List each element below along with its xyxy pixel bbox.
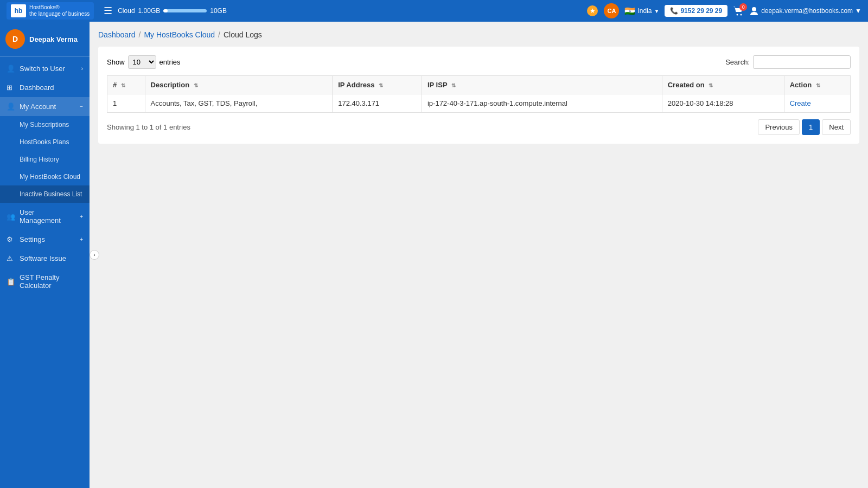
country-chevron-icon: ▼: [654, 8, 660, 14]
chevron-down-icon: −: [80, 104, 83, 110]
phone-icon: 📞: [670, 7, 678, 15]
show-entries: Show 10 25 50 100 entries: [107, 55, 181, 69]
content-area: ‹ Dashboard / My HostBooks Cloud / Cloud…: [90, 22, 868, 488]
sidebar-sub-inactive-business[interactable]: Inactive Business List: [0, 185, 90, 203]
svg-point-2: [737, 14, 738, 16]
breadcrumb: Dashboard / My HostBooks Cloud / Cloud L…: [98, 30, 859, 39]
user-menu-button[interactable]: deepak.verma@hostbooks.com ▼: [749, 6, 861, 16]
sidebar-item-switch-to-user[interactable]: 👤 Switch to User ›: [0, 59, 90, 78]
sidebar-sub-billing-history[interactable]: Billing History: [0, 151, 90, 168]
svg-point-3: [741, 14, 742, 16]
flag-icon: 🇮🇳: [624, 6, 635, 16]
th-description[interactable]: Description ⇅: [145, 76, 333, 94]
software-issue-icon: ⚠: [7, 254, 15, 262]
sort-icon-desc: ⇅: [194, 82, 198, 88]
storage-total: 10GB: [210, 7, 227, 15]
chevron-right-icon: ›: [81, 66, 83, 72]
country-selector[interactable]: 🇮🇳 India ▼: [624, 6, 659, 16]
storage-bar: [163, 9, 207, 12]
sidebar-item-label-user-mgmt: User Management: [20, 208, 75, 224]
search-box: Search:: [725, 55, 851, 69]
cell-ip-isp: ip-172-40-3-171.ap-south-1.compute.inter…: [422, 94, 662, 113]
data-table: # ⇅ Description ⇅ IP Address ⇅ IP ISP: [107, 75, 851, 113]
storage-fill: [163, 9, 168, 12]
sidebar-item-gst-penalty[interactable]: 📋 GST Penalty Calculator: [0, 268, 90, 295]
switch-user-icon: 👤: [7, 65, 15, 73]
hamburger-icon[interactable]: ☰: [104, 5, 112, 17]
sort-icon-created: ⇅: [709, 82, 713, 88]
action-link[interactable]: Create: [790, 99, 811, 107]
avatar: D: [5, 29, 25, 49]
show-label: Show: [107, 58, 125, 66]
entries-select[interactable]: 10 25 50 100: [128, 55, 156, 69]
cell-created-on: 2020-10-30 14:18:28: [662, 94, 784, 113]
showing-text: Showing 1 to 1 of 1 entries: [107, 123, 190, 131]
cell-ip-address: 172.40.3.171: [333, 94, 422, 113]
pagination: Previous 1 Next: [758, 119, 851, 135]
cell-num: 1: [107, 94, 145, 113]
th-created-on[interactable]: Created on ⇅: [662, 76, 784, 94]
sidebar-item-dashboard[interactable]: ⊞ Dashboard: [0, 78, 90, 97]
sort-icon-isp: ⇅: [451, 82, 456, 88]
cart-container: 0: [733, 5, 744, 16]
user-email: deepak.verma@hostbooks.com: [761, 7, 853, 15]
storage-label: Cloud: [118, 7, 135, 15]
ca-badge[interactable]: CA: [604, 3, 619, 18]
table-row: 1 Accounts, Tax, GST, TDS, Payroll, 172.…: [107, 94, 851, 113]
entries-label: entries: [159, 58, 181, 66]
nav-right: ★ CA 🇮🇳 India ▼ 📞 9152 29 29 29 0: [586, 3, 861, 18]
chevron-right-icon-2: +: [80, 214, 83, 220]
sort-icon-num: ⇅: [121, 82, 125, 88]
sidebar-sub-my-hostbooks-cloud[interactable]: My HostBooks Cloud: [0, 168, 90, 185]
sidebar-item-settings[interactable]: ⚙ Settings +: [0, 230, 90, 249]
gst-icon: 📋: [7, 278, 15, 286]
sidebar-item-label-gst: GST Penalty Calculator: [20, 273, 83, 290]
breadcrumb-sep-2: /: [218, 30, 220, 39]
table-panel: Show 10 25 50 100 entries Search:: [98, 47, 859, 144]
th-ip-address[interactable]: IP Address ⇅: [333, 76, 422, 94]
phone-number: 9152 29 29 29: [680, 7, 722, 15]
gift-icon-btn[interactable]: ★: [586, 5, 598, 17]
th-action[interactable]: Action ⇅: [784, 76, 850, 94]
th-num[interactable]: # ⇅: [107, 76, 145, 94]
user-mgmt-icon: 👥: [7, 213, 15, 221]
main-layout: D Deepak Verma 👤 Switch to User › ⊞ Dash…: [0, 22, 868, 488]
country-label: India: [637, 7, 652, 15]
sidebar-item-label-dashboard: Dashboard: [20, 84, 54, 92]
prev-button[interactable]: Previous: [758, 119, 800, 135]
sidebar-sub-hostbooks-plans[interactable]: HostBooks Plans: [0, 133, 90, 151]
table-header-row: # ⇅ Description ⇅ IP Address ⇅ IP ISP: [107, 76, 851, 94]
chevron-right-icon-3: +: [80, 236, 83, 242]
table-footer: Showing 1 to 1 of 1 entries Previous 1 N…: [107, 119, 851, 135]
sidebar-item-user-management[interactable]: 👥 User Management +: [0, 203, 90, 230]
svg-point-4: [752, 7, 756, 11]
user-chevron-icon: ▼: [855, 7, 861, 15]
sidebar-sub-my-subscriptions[interactable]: My Subscriptions: [0, 116, 90, 133]
sort-icon-ip: ⇅: [379, 82, 383, 88]
logo-text: HostBooks® the language of business: [29, 4, 90, 17]
th-ip-isp[interactable]: IP ISP ⇅: [422, 76, 662, 94]
sidebar-item-label-account: My Account: [20, 102, 56, 111]
cart-badge: 0: [739, 3, 747, 11]
account-icon: 👤: [7, 102, 15, 111]
logo-abbr: hb: [11, 4, 26, 17]
search-input[interactable]: [753, 55, 851, 69]
sidebar-item-software-issue[interactable]: ⚠ Software Issue: [0, 249, 90, 268]
sidebar-item-label-switch: Switch to User: [20, 65, 65, 73]
sidebar-item-label-software: Software Issue: [20, 254, 66, 262]
table-controls: Show 10 25 50 100 entries Search:: [107, 55, 851, 69]
breadcrumb-cloud[interactable]: My HostBooks Cloud: [144, 30, 215, 39]
storage-used: 1.00GB: [138, 7, 161, 15]
sidebar-item-label-settings: Settings: [20, 235, 45, 243]
breadcrumb-dashboard[interactable]: Dashboard: [98, 30, 136, 39]
search-label: Search:: [725, 58, 750, 66]
phone-button[interactable]: 📞 9152 29 29 29: [665, 5, 727, 17]
logo: hb HostBooks® the language of business: [7, 2, 94, 20]
sidebar-collapse-btn[interactable]: ‹: [90, 250, 99, 260]
page-1-button[interactable]: 1: [802, 119, 820, 135]
next-button[interactable]: Next: [822, 119, 851, 135]
sort-icon-action: ⇅: [816, 82, 820, 88]
sidebar-item-my-account[interactable]: 👤 My Account −: [0, 97, 90, 116]
cell-action: Create: [784, 94, 850, 113]
top-navbar: hb HostBooks® the language of business ☰…: [0, 0, 868, 22]
